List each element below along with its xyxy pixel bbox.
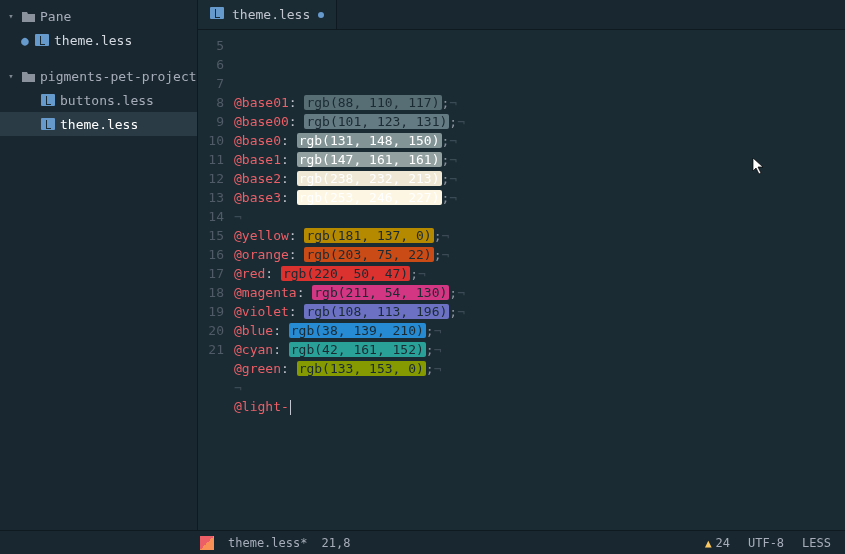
- modified-dot-icon: ●: [20, 33, 30, 48]
- less-file-icon: [40, 94, 56, 106]
- status-cursor-position[interactable]: 21,8: [321, 536, 350, 550]
- file-label: theme.less: [60, 117, 138, 132]
- code-line[interactable]: @blue: rgb(38, 139, 210);¬: [234, 321, 845, 340]
- folder-icon: [20, 71, 36, 82]
- file-label: theme.less: [54, 33, 132, 48]
- code-line[interactable]: @base2: rgb(238, 232, 213);¬: [234, 169, 845, 188]
- warning-icon: ▲: [705, 537, 712, 550]
- status-filename[interactable]: theme.less*: [228, 536, 307, 550]
- code-line[interactable]: @base0: rgb(131, 148, 150);¬: [234, 131, 845, 150]
- status-warnings[interactable]: ▲24: [705, 536, 730, 550]
- line-gutter: 56789101112131415161718192021: [198, 30, 234, 530]
- chevron-down-icon: ▾: [6, 71, 16, 81]
- code-line[interactable]: @orange: rgb(203, 75, 22);¬: [234, 245, 845, 264]
- tree-file-theme-selected[interactable]: theme.less: [0, 112, 197, 136]
- status-bar: theme.less* 21,8 ▲24 UTF-8 LESS: [0, 530, 845, 554]
- code-line[interactable]: @violet: rgb(108, 113, 196);¬: [234, 302, 845, 321]
- less-file-icon: [210, 7, 224, 22]
- editor-body[interactable]: 56789101112131415161718192021 @base01: r…: [198, 30, 845, 530]
- less-file-icon: [40, 118, 56, 130]
- folder-icon: [20, 11, 36, 22]
- code-line[interactable]: @red: rgb(220, 50, 47);¬: [234, 264, 845, 283]
- tree-file-buttons[interactable]: buttons.less: [0, 88, 197, 112]
- code-line[interactable]: @magenta: rgb(211, 54, 130);¬: [234, 283, 845, 302]
- project-label: Pane: [40, 9, 71, 24]
- code-line[interactable]: ¬: [234, 207, 845, 226]
- project-pane[interactable]: ▾ Pane: [0, 4, 197, 28]
- pigments-icon[interactable]: [200, 536, 214, 550]
- code-line[interactable]: @base01: rgb(88, 110, 117);¬: [234, 93, 845, 112]
- code-line[interactable]: @yellow: rgb(181, 137, 0);¬: [234, 226, 845, 245]
- code-line[interactable]: @light-: [234, 397, 845, 416]
- project-label: pigments-pet-project: [40, 69, 197, 84]
- tab-title: theme.less: [232, 7, 310, 22]
- modified-dot-icon: [318, 12, 324, 18]
- tree-file-theme[interactable]: ● theme.less: [0, 28, 197, 52]
- code-line[interactable]: @base3: rgb(253, 246, 227);¬: [234, 188, 845, 207]
- code-line[interactable]: @base1: rgb(147, 161, 161);¬: [234, 150, 845, 169]
- file-label: buttons.less: [60, 93, 154, 108]
- code-line[interactable]: ¬: [234, 378, 845, 397]
- project-pigments[interactable]: ▾ pigments-pet-project: [0, 64, 197, 88]
- status-grammar[interactable]: LESS: [802, 536, 831, 550]
- editor-pane: theme.less 56789101112131415161718192021…: [198, 0, 845, 530]
- less-file-icon: [34, 34, 50, 46]
- code-line[interactable]: @cyan: rgb(42, 161, 152);¬: [234, 340, 845, 359]
- sidebar: ▾ Pane ● theme.less ▾ pigments-pet-proje…: [0, 0, 198, 530]
- tab-theme[interactable]: theme.less: [198, 0, 337, 29]
- code-line[interactable]: @base00: rgb(101, 123, 131);¬: [234, 112, 845, 131]
- status-encoding[interactable]: UTF-8: [748, 536, 784, 550]
- code-line[interactable]: @green: rgb(133, 153, 0);¬: [234, 359, 845, 378]
- code-area[interactable]: @base01: rgb(88, 110, 117);¬@base00: rgb…: [234, 30, 845, 530]
- tabs-bar: theme.less: [198, 0, 845, 30]
- chevron-down-icon: ▾: [6, 11, 16, 21]
